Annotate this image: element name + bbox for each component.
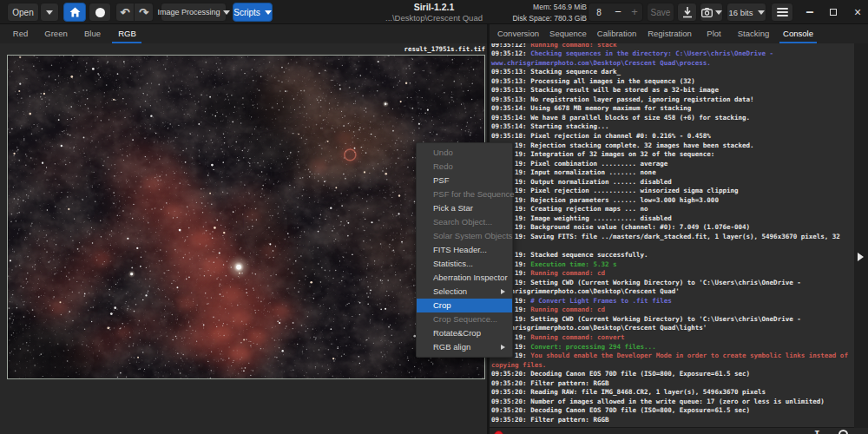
console-message: Running command: convert [527,333,625,341]
main-tab-label: Sequence [549,29,587,38]
context-menu-item[interactable]: Crop [417,299,512,312]
context-menu-item[interactable]: Statistics... [417,257,512,271]
open-button[interactable]: Open [7,3,39,22]
redo-button[interactable]: ↷ [135,3,154,22]
main-tab[interactable]: Stacking [738,24,769,43]
command-bar: I [490,428,868,434]
console-message: Starting stacking... [527,122,609,130]
maximize-button[interactable] [826,3,840,21]
headerbar: Open ↶ ↷ Image Processing Scripts Siril-… [0,0,868,24]
context-menu: UndoRedoPSFPSF for the SequencePick a St… [416,142,513,358]
console-timestamp: 09:35:20: [491,370,527,378]
zoom-value[interactable]: 8 [589,8,609,17]
open-dropdown-button[interactable] [40,3,59,22]
console-message: www.chrisgrimmerphoto.com\Desktop\Cresce… [491,324,707,332]
context-menu-item[interactable]: FITS Header... [417,243,512,257]
undo-button[interactable]: ↶ [115,3,135,22]
console-message: Background noise value (channel: #0): 7.… [527,223,750,231]
context-menu-item[interactable]: Solar System Objects [417,229,512,243]
main-tab[interactable]: Conversion [497,24,539,43]
console-line: 19: Stacked sequence successfully. [491,251,854,260]
console-timestamp: 09:35:13: [491,77,527,85]
main-tab-label: Stacking [738,29,769,38]
console-log[interactable]: 09:35:12: Running command: stack09:35:12… [490,43,854,428]
bit-depth-button[interactable]: 16 bits [727,3,766,22]
console-timestamp: 09:35:20: [491,379,527,387]
image-canvas[interactable] [7,55,485,379]
context-menu-item[interactable]: Aberration Inspector [417,271,512,285]
zoom-out-button[interactable]: − [609,3,627,21]
console-line: 19: Integration of 32 images on 32 of th… [491,150,854,160]
pane-handle-icon[interactable] [858,253,864,261]
save-as-icon [682,7,693,18]
snapshot-button[interactable] [700,3,723,22]
record-button[interactable] [89,3,111,22]
text-cursor-icon[interactable]: I [814,429,823,434]
context-menu-item[interactable]: Undo [417,146,512,160]
menu-button[interactable] [771,3,793,22]
channel-tab[interactable]: Blue [84,24,101,43]
console-line: www.chrisgrimmerphoto.com\Desktop\Cresce… [491,59,854,69]
context-menu-item[interactable]: Rotate&Crop [417,326,512,340]
main-tab-label: Calibration [597,29,636,38]
console-message: www.chrisgrimmerphoto.com\Desktop\Cresce… [491,287,680,295]
context-menu-item-label: PSF [433,175,449,185]
console-scroll-strip [854,43,868,428]
console-timestamp: 09:35:13: [491,86,527,94]
console-message: Input normalization ....... none [527,168,656,176]
minimize-button[interactable]: – [803,3,817,21]
console-message: Creating rejection maps ... no [527,205,648,213]
home-button[interactable] [63,3,86,22]
console-line: 19: Setting CWD (Current Working Directo… [491,315,854,325]
main-tab[interactable]: Calibration [597,24,636,43]
channel-tab[interactable]: Green [44,24,67,43]
main-tab[interactable]: Sequence [549,24,587,43]
console-timestamp: 09:35:12: [491,49,527,57]
console-line: 19: Pixel combination ......... average [491,160,854,169]
channel-tab[interactable]: Red [13,24,28,43]
channel-tabstrip: RedGreenBlueRGB [0,24,487,43]
console-line: 19: Execution time: 5.32 s [491,260,854,270]
window-title: Siril-1.2.1 [347,2,521,13]
scripts-button[interactable]: Scripts [233,3,273,22]
save-button[interactable]: Save [647,3,674,22]
context-menu-item-label: Search Object... [433,217,492,227]
submenu-arrow-icon [501,289,505,294]
context-menu-item[interactable]: RGB align [417,340,512,354]
console-message: Reading RAW: file IMG_8468.CR2, 1 layer(… [527,388,766,396]
console-line: 19: Running command: convert [491,333,854,343]
console-line: 19: Saving FITS: file ../masters/dark_st… [491,233,854,242]
console-line: 09:35:20: Decoding Canon EOS 70D file (I… [491,370,854,379]
close-button[interactable]: × [851,3,865,21]
bit-depth-label: 16 bits [729,8,753,17]
image-processing-button[interactable]: Image Processing [161,3,227,22]
main-tab-label: Conversion [497,29,539,38]
console-timestamp: 09:35:14: [491,122,527,130]
context-menu-item[interactable]: Redo [417,160,512,174]
context-menu-item-label: Rotate&Crop [433,328,481,338]
context-menu-item-label: PSF for the Sequence [433,189,514,199]
console-message: Using 6678 MB memory maximum for stackin… [527,104,692,112]
zoom-control: 8 − + [588,3,643,22]
console-timestamp: 09:35:20: [491,388,527,396]
save-as-button[interactable] [677,3,697,22]
context-menu-item[interactable]: Pick a Star [417,201,512,215]
context-menu-item[interactable]: PSF [417,174,512,187]
export-log-icon[interactable] [838,430,848,434]
context-menu-item-label: Redo [433,161,453,171]
context-menu-item-label: Statistics... [433,259,473,268]
context-menu-item[interactable]: Search Object... [417,215,512,229]
context-menu-item[interactable]: Selection [417,285,512,299]
console-message: Execution time: 5.32 s [527,260,617,268]
console-line: 19: Pixel rejection ........... winsoriz… [491,187,854,196]
console-message: Pixel combination ......... average [527,160,668,168]
zoom-in-button[interactable]: + [627,3,642,21]
context-menu-item-label: Aberration Inspector [433,273,508,282]
submenu-arrow-icon [501,345,505,350]
main-tab[interactable]: Registration [648,24,692,43]
context-menu-item[interactable]: PSF for the Sequence [417,187,512,201]
console-timestamp: 09:35:20: [491,406,527,414]
context-menu-item[interactable]: Crop Sequence... [417,312,512,326]
console-timestamp: 09:35:13: [491,68,527,76]
main-tab[interactable]: Plot [707,24,720,43]
